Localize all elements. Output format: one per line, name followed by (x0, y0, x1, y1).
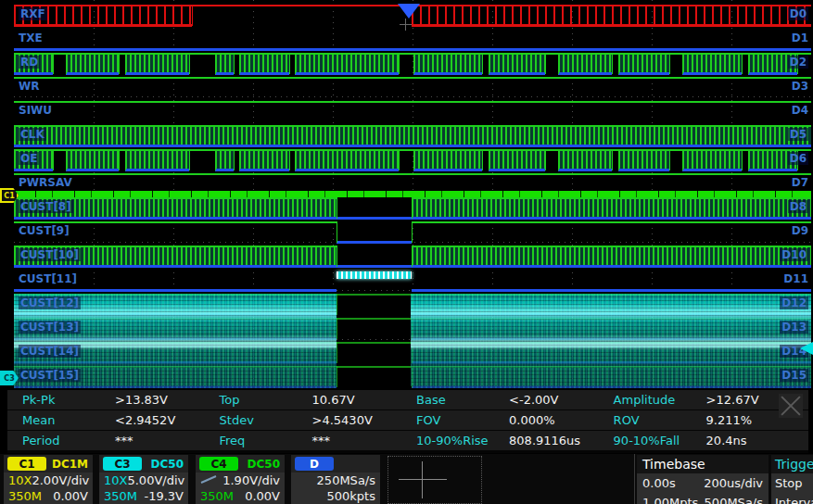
trace-edge (125, 53, 126, 74)
trace-edge (489, 53, 489, 74)
trace-dense (239, 53, 289, 75)
measurement-label: Amplitude (614, 393, 706, 407)
trace-high (337, 318, 412, 320)
channel-name-label: CUST[8] (19, 200, 73, 213)
trigger-panel[interactable]: Trigger Stop Interval (771, 455, 813, 504)
trace-high (399, 149, 413, 151)
trace-edge (748, 149, 749, 170)
channel-name-label: CLK (19, 128, 46, 141)
channel-attr: 350M (104, 489, 137, 503)
channel-name-label: CUST[14] (19, 345, 81, 358)
trace-low (337, 241, 412, 244)
digital-channel-row-d3 (14, 76, 811, 100)
measurement-label: Stdev (220, 413, 312, 427)
trace-edge (482, 149, 483, 170)
timebase-delay: 0.00s (642, 473, 676, 493)
channel-name-label: WR (19, 80, 39, 93)
trace-edge (742, 149, 743, 170)
trace-edge (289, 149, 290, 170)
trace-high (545, 149, 558, 151)
trace-dense (682, 149, 742, 171)
trace-high (189, 53, 215, 55)
measurement-value: <-2.00V (509, 393, 558, 407)
trace-dense (412, 197, 811, 220)
measurement-label: Period (22, 434, 115, 447)
measurement-value: >12.67V (706, 393, 759, 407)
channel-name-label: CUST[10] (19, 248, 81, 261)
trace-low (337, 217, 412, 220)
trace-edge (289, 53, 290, 74)
channel-tab[interactable]: C3 (103, 457, 142, 471)
trace-high (14, 173, 811, 175)
channel-box-row: 350M0.00V (196, 488, 285, 504)
channel-value: 500kpts (327, 489, 375, 503)
channel-name-label: RXF (19, 7, 47, 20)
measurement-label: FOV (416, 413, 509, 427)
digital-bus-label: D1 (792, 32, 808, 44)
channel-tab[interactable]: C4 (199, 457, 238, 471)
trace-edge (337, 318, 337, 339)
trace-edge (413, 149, 414, 170)
channel-attr: 350M (200, 489, 234, 503)
trace-dense (66, 149, 119, 171)
trace-edge (337, 197, 337, 219)
trace-high (337, 342, 412, 344)
measurement-cell: Top10.67V (205, 393, 402, 407)
coupling-label: DC50 (151, 458, 184, 471)
add-channel-button[interactable] (387, 456, 482, 504)
trace-edge (337, 246, 337, 267)
trace-low (14, 48, 811, 51)
trace-edge (558, 53, 559, 74)
close-icon[interactable] (779, 394, 803, 418)
measurement-value: 20.4ns (706, 434, 747, 447)
trace-dense (489, 53, 545, 75)
channel-box-row: 350M0.00V (4, 488, 93, 504)
measurement-value: *** (115, 434, 133, 447)
measurement-cell: Amplitude>12.67V (599, 393, 796, 407)
digital-bus-label: D4 (792, 104, 808, 117)
channel-value: -19.3V (144, 489, 184, 503)
trace-edge (482, 53, 483, 74)
channel-box-row: 250MSa/s (291, 472, 380, 488)
trace-edge (618, 149, 619, 170)
channel-box-c1[interactable]: C1DC1M10X2.00V/div350M0.00V (4, 455, 93, 504)
trace-high (53, 149, 66, 151)
trigger-mode: Stop (775, 473, 803, 493)
digital-bus-label: D10 (780, 248, 808, 261)
bar-divider (634, 454, 635, 504)
trace-edge (192, 5, 193, 26)
trace-high (399, 53, 413, 55)
digital-channel-row-d6 (14, 148, 811, 172)
channel-tab[interactable]: C1 (7, 457, 46, 471)
measurement-cell: Mean<2.9452V (7, 413, 205, 427)
trace-high (482, 149, 489, 151)
trace-high (119, 53, 125, 55)
trace-edge (125, 149, 126, 170)
channel-box-c3[interactable]: C3DC5010X5.00V/div350M-19.3V (99, 455, 188, 504)
trace-dense (14, 125, 811, 147)
trace-edge (399, 53, 400, 74)
trace-low (337, 265, 412, 268)
trace-edge (413, 53, 414, 74)
trace-edge (337, 221, 337, 243)
channel-box-d[interactable]: D250MSa/s500kpts (291, 455, 380, 504)
measurement-row: Period***Freq***10-90%Rise808.9116us90-1… (7, 431, 808, 450)
measurement-cell: FOV0.000% (401, 413, 599, 427)
trace-edge (612, 53, 613, 74)
timebase-panel[interactable]: Timebase 0.00s 200us/div 1.00Mpts 500MSa… (637, 455, 769, 504)
trace-high (797, 149, 811, 151)
channel-attr: 350M (8, 489, 42, 503)
measurement-value: >13.83V (115, 393, 168, 407)
measurement-cell: 90-10%Fall20.4ns (599, 434, 796, 447)
channel-tab[interactable]: D (295, 457, 334, 471)
channel-box-row: 350M-19.3V (99, 488, 188, 504)
channel-value: 5.00V/div (127, 473, 184, 487)
measurement-cell: ROV9.211% (599, 413, 796, 427)
timebase-points: 1.00Mpts (642, 493, 698, 504)
channel-value: 0.00V (245, 489, 280, 503)
trace-dense (618, 53, 669, 75)
channel-box-c4[interactable]: C4DC501.90V/div350M0.00V (196, 455, 285, 504)
digital-channel-row-d2 (14, 52, 811, 76)
channel-name-label: OE (19, 152, 39, 165)
digital-bus-label: D11 (783, 272, 808, 285)
